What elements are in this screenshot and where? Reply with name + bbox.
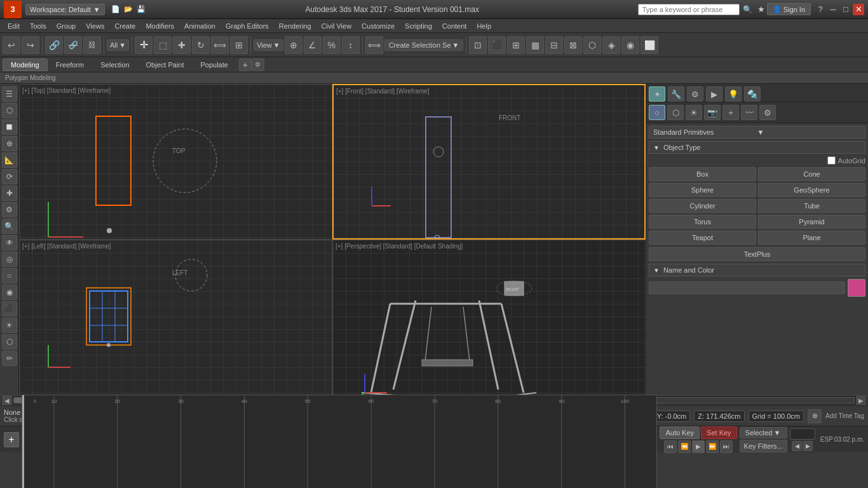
lights-icon[interactable]: ☀ [686, 105, 702, 120]
toolbar-btn-3[interactable]: ⊞ [507, 36, 525, 54]
menu-help[interactable]: Help [471, 21, 496, 31]
menu-customize[interactable]: Customize [356, 21, 400, 31]
workspace-button[interactable]: Workspace: Default ▼ [25, 4, 105, 15]
left-btn-9[interactable]: 🔍 [2, 219, 17, 234]
left-btn-11[interactable]: ◎ [2, 252, 17, 267]
menu-views[interactable]: Views [81, 21, 109, 31]
menu-group[interactable]: Group [51, 21, 81, 31]
cylinder-button[interactable]: Cylinder [649, 199, 756, 213]
tab-selection[interactable]: Selection [92, 58, 137, 71]
rotate-icon[interactable]: ↻ [192, 36, 210, 54]
display-panel-icon[interactable]: 💡 [725, 86, 742, 102]
timeline-scroll-right[interactable]: ▶ [856, 395, 866, 405]
save-icon[interactable]: 💾 [135, 4, 147, 15]
left-btn-6[interactable]: ⟳ [2, 169, 17, 184]
cameras-icon[interactable]: 📷 [704, 105, 721, 120]
tab-object-paint[interactable]: Object Paint [138, 58, 193, 71]
utilities-panel-icon[interactable]: 🔩 [744, 86, 761, 102]
toolbar-btn-9[interactable]: ◉ [621, 36, 639, 54]
redo-button[interactable]: ↪ [22, 36, 39, 54]
frame-input[interactable]: 0 [790, 428, 815, 440]
viewport-perspective[interactable]: [+] [Perspective] [Standard] [Default Sh… [332, 240, 646, 395]
tab-settings-button[interactable]: ⚙ [252, 58, 264, 71]
percent-snap[interactable]: % [323, 36, 341, 54]
search-input[interactable] [638, 4, 740, 15]
tab-populate[interactable]: Populate [192, 58, 236, 71]
new-file-icon[interactable]: 📄 [110, 4, 121, 15]
star-icon[interactable]: ★ [756, 4, 767, 15]
left-btn-2[interactable]: ⬡ [2, 103, 17, 118]
select-icon[interactable]: ✛ [135, 36, 153, 54]
viewport-top[interactable]: [+] [Top] [Standard] [Wireframe] TOP [19, 84, 332, 240]
object-type-section[interactable]: ▼ Object Type [649, 141, 865, 154]
cone-button[interactable]: Cone [758, 167, 865, 181]
angle-snap[interactable]: ∠ [304, 36, 322, 54]
create-selection-button[interactable]: Create Selection Se ▼ [384, 39, 464, 51]
category-dropdown[interactable]: Standard Primitives ▼ [649, 126, 865, 139]
menu-tools[interactable]: Tools [25, 21, 51, 31]
minimize-button[interactable]: ─ [827, 4, 839, 15]
search-icon[interactable]: 🔍 [742, 4, 754, 15]
pyramid-button[interactable]: Pyramid [758, 215, 865, 229]
close-button[interactable]: ✕ [853, 4, 864, 15]
left-btn-1[interactable]: ☰ [2, 86, 17, 102]
add-time-tag-icon[interactable]: ⊕ [808, 409, 822, 423]
autokey-button[interactable]: Auto Key [660, 426, 700, 439]
spinner-snap[interactable]: ↕ [342, 36, 360, 54]
spacewarps-icon[interactable]: 〰 [741, 105, 757, 120]
filter-dropdown[interactable]: All ▼ [107, 39, 129, 51]
open-file-icon[interactable]: 📂 [123, 4, 134, 15]
geosphere-button[interactable]: GeoSphere [758, 183, 865, 197]
menu-graph-editors[interactable]: Graph Editors [220, 21, 274, 31]
info-icon[interactable]: ? [815, 4, 826, 15]
systems-icon[interactable]: ⚙ [759, 105, 776, 120]
left-btn-3[interactable]: 🔲 [2, 119, 17, 135]
left-btn-12[interactable]: ○ [2, 268, 17, 283]
timeline[interactable]: 10 20 30 40 50 60 70 80 90 100 [22, 395, 657, 488]
menu-content[interactable]: Content [437, 21, 472, 31]
toolbar-btn-2[interactable]: ⬛ [488, 36, 506, 54]
left-btn-14[interactable]: ⬛ [2, 301, 17, 316]
menu-rendering[interactable]: Rendering [274, 21, 316, 31]
goto-end-button[interactable]: ⏭ [720, 440, 733, 453]
toolbar-btn-8[interactable]: ◈ [602, 36, 620, 54]
left-btn-5[interactable]: 📐 [2, 152, 17, 168]
object-name-input[interactable] [649, 281, 845, 294]
menu-edit[interactable]: Edit [3, 21, 25, 31]
left-btn-15[interactable]: ☀ [2, 318, 17, 333]
menu-animation[interactable]: Animation [179, 21, 220, 31]
select-region-icon[interactable]: ⬚ [154, 36, 172, 54]
name-color-section[interactable]: ▼ Name and Color [649, 264, 865, 276]
snap-toggle[interactable]: ⊕ [285, 36, 302, 54]
scale-icon[interactable]: ⟺ [211, 36, 229, 54]
setkey-button[interactable]: Set Key [701, 426, 737, 439]
toolbar-btn-10[interactable]: ⬜ [641, 36, 658, 54]
toolbar-btn-1[interactable]: ⊡ [469, 36, 487, 54]
add-key-button[interactable]: + [4, 432, 19, 447]
sign-in-button[interactable]: 👤 Sign In [767, 3, 811, 15]
play-button[interactable]: ▶ [692, 440, 705, 453]
mini-prev[interactable]: ◀ [792, 441, 802, 451]
viewport-front[interactable]: [+] [Front] [Standard] [Wireframe] 📷 ▶ F… [332, 84, 646, 240]
teapot-button[interactable]: Teapot [649, 231, 756, 245]
key-filters-button[interactable]: Key Filters... [740, 440, 787, 452]
toolbar-btn-6[interactable]: ⊠ [564, 36, 582, 54]
toolbar-btn-4[interactable]: ▦ [526, 36, 544, 54]
torus-button[interactable]: Torus [649, 215, 756, 229]
left-btn-10[interactable]: 👁 [2, 235, 17, 250]
undo-button[interactable]: ↩ [3, 36, 20, 54]
view-dropdown[interactable]: View ▼ [254, 39, 283, 51]
tab-freeform[interactable]: Freeform [48, 58, 93, 71]
modify-panel-icon[interactable]: 🔧 [668, 86, 684, 102]
tab-modeling[interactable]: Modeling [3, 58, 48, 71]
geometry-icon[interactable]: ○ [649, 105, 665, 120]
menu-modifiers[interactable]: Modifiers [140, 21, 179, 31]
autogrid-checkbox[interactable] [827, 156, 836, 165]
menu-scripting[interactable]: Scripting [400, 21, 437, 31]
left-btn-8[interactable]: ⚙ [2, 202, 17, 217]
menu-create[interactable]: Create [109, 21, 140, 31]
timeline-scroll-left[interactable]: ◀ [2, 395, 12, 405]
motion-panel-icon[interactable]: ▶ [706, 86, 722, 102]
mini-next[interactable]: ▶ [803, 441, 813, 451]
mirror-icon[interactable]: ⟺ [365, 36, 383, 54]
